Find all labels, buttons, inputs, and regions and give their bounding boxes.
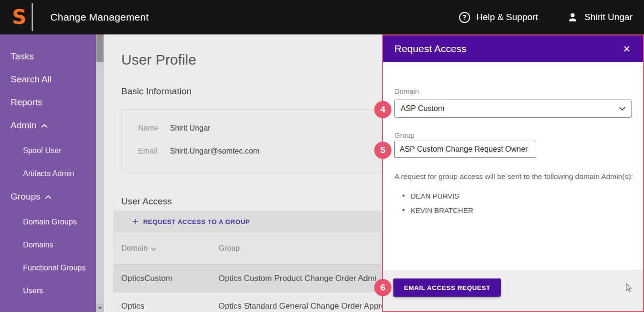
request-access-to-group-link[interactable]: + REQUEST ACCESS TO A GROUP xyxy=(132,217,250,226)
sidebar-label: Domains xyxy=(23,241,53,249)
domain-select-value: ASP Custom xyxy=(401,104,444,113)
group-column-label: Group xyxy=(218,244,240,252)
request-access-panel: Request Access ✕ Domain ASP Custom Group… xyxy=(382,34,644,312)
domain-field-label: Domain xyxy=(394,87,419,95)
page-title: User Profile xyxy=(121,52,196,68)
sidebar-label: Artifacts Admin xyxy=(23,169,74,178)
annotation-step-5: 5 xyxy=(374,142,391,159)
help-support-label: Help & Support xyxy=(476,12,538,22)
panel-header: Request Access ✕ xyxy=(383,35,643,62)
scrollbar-thumb[interactable] xyxy=(96,34,104,62)
name-label: Name xyxy=(138,124,168,133)
sidebar-scrollbar-track[interactable] xyxy=(96,34,104,312)
sidebar-label: Reports xyxy=(11,97,43,108)
user-name-label: Shirit Ungar xyxy=(585,12,632,22)
chevron-down-icon xyxy=(619,107,625,111)
sidebar-label: Admin xyxy=(11,120,36,131)
cell-domain: Optics xyxy=(113,301,218,311)
sidebar-item-search-all[interactable]: Search All xyxy=(0,68,96,91)
sidebar-label: Users xyxy=(23,287,43,295)
help-support-button[interactable]: ? Help & Support xyxy=(459,12,538,23)
sidebar-item-functional-groups[interactable]: Functional Groups xyxy=(0,256,96,279)
domain-select[interactable]: ASP Custom xyxy=(394,100,632,118)
user-access-heading: User Access xyxy=(121,196,172,207)
cell-domain: OpticsCustom xyxy=(113,274,218,283)
sidebar-item-spoof-user[interactable]: Spoof User xyxy=(0,139,96,162)
annotation-step-6: 6 xyxy=(374,279,391,296)
arrow-down-icon xyxy=(98,307,102,309)
user-icon xyxy=(567,11,578,23)
name-value: Shirit Ungar xyxy=(170,124,210,132)
sidebar-label: Domain Groups xyxy=(23,218,77,226)
close-icon[interactable]: ✕ xyxy=(623,45,631,54)
app-title: Change Management xyxy=(50,0,149,34)
samtec-logo-letter: S xyxy=(12,7,26,27)
sidebar-item-reports[interactable]: Reports xyxy=(0,91,96,114)
mouse-cursor xyxy=(626,283,633,295)
admin-list-item: DEAN PURVIS xyxy=(402,189,473,203)
plus-icon: + xyxy=(132,216,138,226)
email-label: Email xyxy=(138,147,168,156)
help-icon: ? xyxy=(459,12,470,23)
panel-title: Request Access xyxy=(394,43,467,55)
topbar-actions: ? Help & Support Shirit Ungar xyxy=(459,0,632,34)
chevron-up-icon xyxy=(45,195,51,199)
sidebar-item-groups[interactable]: Groups xyxy=(0,185,96,208)
sidebar-item-tasks[interactable]: Tasks xyxy=(0,45,96,68)
group-input[interactable] xyxy=(394,141,536,158)
sort-chevron-down-icon xyxy=(151,247,156,251)
sidebar-label: Search All xyxy=(11,74,52,85)
sidebar-label: Tasks xyxy=(11,51,34,62)
column-header-domain[interactable]: Domain xyxy=(113,244,218,253)
sidebar-label: Spoof User xyxy=(23,146,61,155)
email-field-row: Email Shirit.Ungar@samtec.com xyxy=(138,147,259,156)
email-value: Shirit.Ungar@samtec.com xyxy=(170,147,259,155)
admin-list-item: KEVIN BRATCHER xyxy=(402,203,473,217)
sidebar-item-domains[interactable]: Domains xyxy=(0,234,96,256)
domain-column-label: Domain xyxy=(121,244,148,253)
panel-footer: EMAIL ACCESS REQUEST xyxy=(383,270,643,311)
basic-information-heading: Basic Information xyxy=(121,86,192,97)
sidebar-item-users[interactable]: Users xyxy=(0,279,96,302)
user-menu-button[interactable]: Shirit Ungar xyxy=(567,11,632,23)
logo-divider xyxy=(32,3,33,31)
sidebar-item-artifacts-admin[interactable]: Artifacts Admin xyxy=(0,162,96,185)
email-access-request-button[interactable]: EMAIL ACCESS REQUEST xyxy=(393,279,501,297)
scrollbar-down-button[interactable] xyxy=(96,304,104,312)
sidebar-item-domain-groups[interactable]: Domain Groups xyxy=(0,211,96,234)
sidebar-label: Functional Groups xyxy=(23,264,86,272)
sidebar-item-admin[interactable]: Admin xyxy=(0,114,96,137)
sidebar-label: Groups xyxy=(11,191,40,202)
samtec-logo[interactable]: S xyxy=(8,4,31,31)
group-field-label: Group xyxy=(394,131,414,139)
domain-admins-list: DEAN PURVIS KEVIN BRATCHER xyxy=(402,189,473,217)
sidebar: Tasks Search All Reports Admin Spoof Use… xyxy=(0,34,96,312)
annotation-step-4: 4 xyxy=(374,101,391,118)
admin-notice-text: A request for group access will be sent … xyxy=(394,172,634,181)
chevron-up-icon xyxy=(41,124,47,128)
request-access-link-label: REQUEST ACCESS TO A GROUP xyxy=(143,218,250,225)
topbar: S Change Management ? Help & Support Shi… xyxy=(0,0,644,34)
name-field-row: Name Shirit Ungar xyxy=(138,124,210,133)
